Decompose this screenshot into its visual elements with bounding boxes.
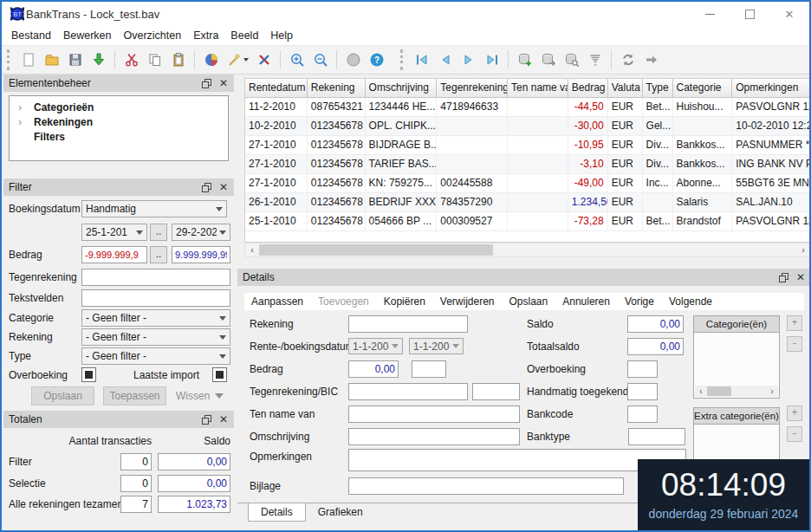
chart-button[interactable] [199,49,223,71]
minimize-button[interactable] [690,2,730,26]
remove-extra-categorie-button[interactable]: - [787,426,802,442]
bic-input[interactable] [472,383,520,400]
float-panel-icon[interactable] [202,79,211,88]
table-row[interactable]: 27-1-2010012345678KN: 759275...002445588… [245,174,810,193]
scroll-right-icon[interactable]: › [766,385,778,398]
previous-record-button[interactable] [433,49,457,71]
categorie-list-scrollbar[interactable]: ‹ › [695,386,778,397]
action-kopi-ren[interactable]: Kopiëren [384,295,425,308]
column-header-tegenrekening[interactable]: Tegenrekening [437,79,508,97]
toolbar-drag-handle[interactable] [400,49,406,70]
next-record-button[interactable] [457,49,480,71]
date-from-select[interactable]: 25-1-201 [81,224,147,241]
table-row[interactable]: 10-2-2010012345678OPL. CHIPK...-30,00EUR… [245,117,810,136]
wand-button[interactable] [223,49,252,71]
boekingsdatum-select[interactable]: Handmatig [81,200,227,217]
date-to-select[interactable]: 29-2-202 [172,224,230,241]
column-header-bedrag[interactable]: Bedrag [568,79,608,97]
tab-grafieken[interactable]: Grafieken [306,503,375,522]
close-panel-icon[interactable]: ✕ [219,78,228,88]
action-verwijderen[interactable]: Verwijderen [440,295,495,308]
bedrag-max-input[interactable] [172,246,230,263]
column-header-rentedatum[interactable]: Rentedatum [245,79,308,97]
column-header-valuta[interactable]: Valuta [608,79,643,97]
toepassen-button[interactable]: Toepassen [103,386,166,405]
table-row[interactable]: 11-2-20100876543211234446 HE...471894663… [245,98,810,117]
maximize-button[interactable] [730,2,769,26]
tegenrekening-detail-input[interactable] [348,383,468,400]
opmerkingen-textarea[interactable] [348,449,686,471]
categorie-filter-select[interactable]: - Geen filter - [81,309,230,327]
float-panel-icon[interactable] [202,415,211,425]
action-aanpassen[interactable]: Aanpassen [251,295,303,308]
save-button[interactable] [63,49,87,71]
tab-details[interactable]: Details [248,503,306,522]
expander-icon[interactable]: › [18,115,34,128]
bedrag-extra-field[interactable] [412,360,446,378]
column-header-ten-name-van[interactable]: Ten name van [508,79,568,97]
zoom-out-button[interactable] [308,49,332,71]
column-header-opmerkingen[interactable]: Opmerkingen [732,79,810,97]
refresh-button[interactable] [616,49,639,71]
new-file-button[interactable] [16,49,40,71]
tegenrekening-input[interactable] [81,269,230,286]
zoom-in-button[interactable] [285,49,308,71]
type-filter-select[interactable]: - Geen filter - [81,347,230,365]
action-opslaan[interactable]: Opslaan [509,295,548,308]
menu-help[interactable]: Help [264,29,299,42]
table-horizontal-scrollbar[interactable]: ‹ › [244,243,811,257]
bedrag-range-button[interactable]: .. [150,246,167,263]
exit-button[interactable] [639,49,663,71]
menu-overzichten[interactable]: Overzichten [117,29,187,42]
add-extra-categorie-button[interactable]: + [787,405,802,421]
cut-button[interactable] [120,49,143,71]
tools-button[interactable] [252,49,276,71]
menu-extra[interactable]: Extra [187,29,224,42]
record-button[interactable] [341,49,365,71]
action-annuleren[interactable]: Annuleren [562,295,610,308]
help-button[interactable]: ? [365,49,388,71]
overboeking-detail-field[interactable] [627,360,658,378]
boekingsdatum-detail-select[interactable]: 1-1-200 [409,338,464,354]
close-panel-icon[interactable]: ✕ [219,414,228,425]
rentedatum-select[interactable]: 1-1-200 [348,338,403,354]
filter-button[interactable] [583,49,607,71]
open-file-button[interactable] [40,49,63,71]
float-panel-icon[interactable] [779,273,788,282]
action-vorige[interactable]: Vorige [625,295,654,308]
date-range-button[interactable]: .. [150,224,167,241]
bankcode-field[interactable] [627,405,658,423]
edit-transaction-button[interactable] [536,49,560,71]
column-header-categorie[interactable]: Categorie [673,79,733,97]
banktype-field[interactable] [628,428,685,445]
tree-item-filters[interactable]: Filters [10,129,228,144]
last-record-button[interactable] [480,49,503,71]
wissen-button[interactable]: Wissen [176,386,224,405]
wand-dropdown-arrow[interactable] [243,58,249,62]
categorie-listbox[interactable]: ‹ › [693,332,780,399]
table-row[interactable]: 26-1-2010012345678BEDRIJF XXX7843572901.… [245,193,810,212]
add-categorie-button[interactable]: + [787,315,802,331]
laatste-import-checkbox[interactable] [212,367,227,382]
float-panel-icon[interactable] [202,183,211,192]
column-header-omschrijving[interactable]: Omschrijving [366,79,438,97]
copy-button[interactable] [143,49,166,71]
column-header-rekening[interactable]: Rekening [308,79,366,97]
remove-categorie-button[interactable]: - [787,336,802,352]
first-record-button[interactable] [410,49,433,71]
close-panel-icon[interactable]: ✕ [219,182,228,192]
paste-button[interactable] [166,49,190,71]
tree-item-categorie-n[interactable]: ›Categorieën [10,100,228,114]
opslaan-filter-button[interactable]: Opslaan [31,386,94,405]
close-button[interactable]: ✕ [769,2,809,26]
overboeking-checkbox[interactable] [81,367,96,382]
tree-item-rekeningen[interactable]: ›Rekeningen [10,114,228,129]
menu-bestand[interactable]: Bestand [5,29,57,42]
scroll-right-icon[interactable]: › [796,243,810,256]
bijlage-input[interactable] [348,477,624,495]
expander-icon[interactable]: › [18,101,34,114]
bedrag-detail-input[interactable] [348,360,399,378]
action-volgende[interactable]: Volgende [669,295,712,308]
tekstvelden-input[interactable] [81,289,230,307]
close-panel-icon[interactable]: ✕ [796,272,805,282]
